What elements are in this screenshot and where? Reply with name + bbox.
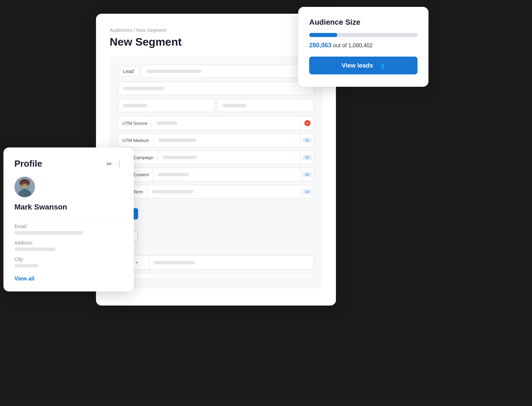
filter-input-full[interactable] [118, 82, 314, 95]
edit-icon[interactable]: ✏ [107, 160, 112, 168]
col1-pill [123, 104, 147, 107]
utm-source-value[interactable] [152, 117, 301, 130]
utm-source-label: UTM Source [118, 117, 152, 130]
utm-content-value[interactable] [153, 168, 301, 181]
profile-actions: ✏ ⋮ [107, 160, 123, 168]
audience-card: Audience Size 280,063 out of 1,080,402 V… [298, 7, 428, 87]
progress-bar-fill [309, 33, 337, 37]
utm-medium-row: UTM Medium Or [118, 133, 314, 147]
col2-pill [222, 104, 246, 107]
empty-pill [123, 87, 164, 90]
lead-filter-input[interactable] [142, 65, 314, 78]
segment-overflow: Lead UTM S [118, 65, 314, 277]
filter-col-1[interactable] [118, 99, 215, 112]
progress-bar-container [309, 33, 418, 37]
city-value [14, 264, 38, 267]
svg-point-12 [26, 180, 30, 185]
view-leads-button[interactable]: View leads 👥 [309, 57, 418, 74]
utm-campaign-row: UTM Campaign Or [118, 151, 314, 164]
lead-bottom-pill [154, 261, 195, 264]
lead-tag[interactable]: Lead [118, 66, 139, 76]
lead-bottom-row: Lead ▾ [118, 255, 314, 270]
svg-rect-9 [23, 186, 26, 187]
people-icon: 👥 [376, 61, 385, 70]
profile-title: Profile [14, 158, 42, 169]
view-leads-label: View leads [342, 62, 373, 69]
more-icon[interactable]: ⋮ [116, 160, 123, 168]
email-value [14, 231, 83, 235]
utm-term-row: UTM Term Or [118, 185, 314, 199]
breadcrumb: Audiences / New Segment [110, 27, 322, 33]
lead-bottom-value[interactable] [149, 256, 314, 270]
city-label: City: [14, 256, 123, 262]
utm-campaign-or[interactable]: Or [301, 151, 314, 164]
avatar [14, 177, 35, 197]
utm-content-pill [158, 173, 189, 176]
filter-two-col [118, 99, 314, 112]
view-all-link[interactable]: View all [14, 276, 34, 282]
profile-card: Profile ✏ ⋮ Mar [3, 147, 134, 291]
address-label: Address: [14, 240, 123, 246]
utm-medium-pill [158, 139, 196, 142]
utm-source-pill [157, 121, 177, 125]
filter-col-2[interactable] [217, 99, 314, 112]
utm-source-remove[interactable]: − [301, 117, 314, 130]
utm-medium-value[interactable] [154, 134, 301, 147]
audience-count: 280,063 out of 1,080,402 [309, 42, 418, 49]
audience-title: Audience Size [309, 18, 418, 27]
avatar-image [14, 177, 35, 197]
utm-term-or[interactable]: Or [301, 185, 314, 198]
audience-count-highlight: 280,063 [309, 42, 331, 49]
email-label: Email: [14, 224, 123, 229]
page-title: New Segment [110, 36, 322, 48]
lead-filter-row: Lead [118, 65, 314, 78]
svg-point-11 [20, 180, 23, 185]
utm-campaign-value[interactable] [158, 151, 301, 164]
utm-term-pill [152, 190, 193, 193]
remove-icon[interactable]: − [304, 120, 311, 126]
utm-medium-label: UTM Medium [118, 134, 154, 147]
profile-name: Mark Swanson [14, 203, 123, 212]
utm-content-or[interactable]: Or [301, 168, 314, 181]
utm-medium-or[interactable]: Or [301, 134, 314, 147]
utm-campaign-pill [163, 156, 197, 159]
utm-term-value[interactable] [147, 185, 301, 198]
dropdown-arrow-icon: ▾ [136, 260, 138, 265]
filter-row-empty [118, 82, 314, 95]
address-value [14, 248, 56, 251]
segment-body: Lead UTM S [110, 57, 322, 288]
audience-count-text: out of 1,080,402 [333, 43, 373, 48]
profile-divider [14, 218, 123, 218]
utm-source-row: UTM Source − [118, 116, 314, 130]
utm-content-row: UTM Content Or [118, 168, 314, 181]
lead-input-row[interactable] [118, 273, 314, 277]
lead-pill [147, 70, 202, 73]
profile-header: Profile ✏ ⋮ [14, 158, 123, 169]
